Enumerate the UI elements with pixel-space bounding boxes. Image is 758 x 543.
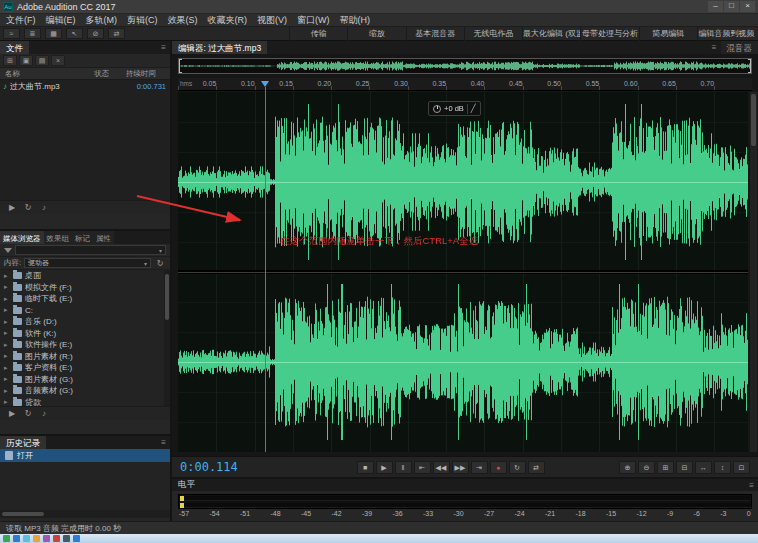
tree-item[interactable]: ▸ 软件操作 (E:) bbox=[0, 339, 170, 351]
file-row[interactable]: ♪ 过大曲节.mp3 0:00.731 bbox=[0, 80, 170, 93]
tree-item[interactable]: ▸ 贷款 bbox=[0, 397, 170, 407]
fast-forward-button[interactable]: ▶▶ bbox=[452, 461, 469, 474]
pencil-icon[interactable]: ╱ bbox=[471, 104, 476, 113]
file-list-button[interactable]: ▤ bbox=[35, 55, 49, 66]
waveform-view-button[interactable]: ≈ bbox=[3, 28, 20, 39]
maximize-button[interactable]: □ bbox=[724, 1, 739, 12]
delete-file-button[interactable]: × bbox=[51, 55, 65, 66]
refresh-icon[interactable]: ↻ bbox=[154, 259, 166, 268]
filter-icon[interactable] bbox=[4, 248, 12, 253]
taskbar-icon[interactable] bbox=[43, 535, 50, 542]
menu-item[interactable]: 视图(V) bbox=[257, 14, 287, 27]
chevron-right-icon[interactable]: ▸ bbox=[4, 329, 10, 337]
zoom-amplitude-button[interactable]: ↕ bbox=[714, 461, 731, 474]
volume-hud[interactable]: +0 dB ╱ bbox=[428, 101, 481, 116]
media-browser-tab[interactable]: 属性 bbox=[93, 231, 114, 244]
menu-item[interactable]: 帮助(H) bbox=[340, 14, 371, 27]
tree-item[interactable]: ▸ 客户资料 (E:) bbox=[0, 362, 170, 374]
workspace-button[interactable]: 传输 bbox=[289, 27, 347, 41]
multitrack-view-button[interactable]: ≣ bbox=[24, 28, 41, 39]
tab-editor[interactable]: 编辑器: 过大曲节.mp3 bbox=[172, 41, 267, 54]
panel-menu-icon[interactable]: ≡ bbox=[157, 436, 170, 449]
skip-selection-button[interactable]: ⇄ bbox=[528, 461, 545, 474]
zoom-out-button[interactable]: ⊖ bbox=[638, 461, 655, 474]
content-dropdown[interactable]: 驱动器 ▾ bbox=[24, 258, 151, 268]
taskbar-icon[interactable] bbox=[73, 535, 80, 542]
history-scrollbar[interactable] bbox=[0, 510, 170, 518]
menu-item[interactable]: 文件(F) bbox=[6, 14, 36, 27]
go-to-end-button[interactable]: ⇥ bbox=[471, 461, 488, 474]
import-file-button[interactable]: ⊞ bbox=[3, 55, 17, 66]
rewind-button[interactable]: ◀◀ bbox=[433, 461, 450, 474]
chevron-right-icon[interactable]: ▸ bbox=[4, 398, 10, 406]
media-browser-tab[interactable]: 标记 bbox=[72, 231, 93, 244]
move-tool-button[interactable]: ↖ bbox=[66, 28, 83, 39]
minimize-button[interactable]: – bbox=[708, 1, 723, 12]
chevron-right-icon[interactable]: ▸ bbox=[4, 318, 10, 326]
slip-tool-button[interactable]: ⇄ bbox=[108, 28, 125, 39]
spectral-display-button[interactable]: ▦ bbox=[45, 28, 62, 39]
chevron-right-icon[interactable]: ▸ bbox=[4, 352, 10, 360]
loop-playback-button[interactable]: ↻ bbox=[509, 461, 526, 474]
tree-item[interactable]: ▸ 临时下载 (E:) bbox=[0, 293, 170, 305]
chevron-right-icon[interactable]: ▸ bbox=[4, 387, 10, 395]
chevron-right-icon[interactable]: ▸ bbox=[4, 375, 10, 383]
filter-dropdown[interactable]: ▾ bbox=[15, 245, 166, 255]
zoom-out-time-button[interactable]: ⊟ bbox=[676, 461, 693, 474]
panel-play-button[interactable]: ▶ bbox=[6, 409, 18, 418]
playhead[interactable] bbox=[265, 87, 266, 452]
workspace-button[interactable]: 简易编辑 bbox=[639, 27, 697, 41]
tab-history[interactable]: 历史记录 bbox=[0, 436, 46, 449]
panel-loop-button[interactable]: ↻ bbox=[22, 203, 34, 212]
scrollbar-thumb[interactable] bbox=[751, 94, 756, 146]
menu-item[interactable]: 剪辑(C) bbox=[127, 14, 158, 27]
go-to-start-button[interactable]: ⇤ bbox=[414, 461, 431, 474]
menu-item[interactable]: 收藏夹(R) bbox=[208, 14, 248, 27]
tree-item[interactable]: ▸ 模拟文件 (F:) bbox=[0, 282, 170, 294]
menu-item[interactable]: 效果(S) bbox=[168, 14, 198, 27]
taskbar-icon[interactable] bbox=[3, 535, 10, 542]
chevron-right-icon[interactable]: ▸ bbox=[4, 364, 10, 372]
history-item-selected[interactable]: 打开 bbox=[0, 449, 170, 462]
overview-strip[interactable] bbox=[178, 58, 752, 74]
play-button[interactable]: ▶ bbox=[376, 461, 393, 474]
workspace-button[interactable]: 最大化编辑 (双监视器) bbox=[522, 27, 580, 41]
panel-loop-button[interactable]: ↻ bbox=[22, 409, 34, 418]
workspace-button[interactable]: 无线电作品 bbox=[464, 27, 522, 41]
media-browser-tab[interactable]: 效果组 bbox=[44, 231, 73, 244]
pause-button[interactable]: ‖ bbox=[395, 461, 412, 474]
time-display[interactable]: 0:00.114 bbox=[172, 460, 282, 474]
waveform-area[interactable] bbox=[178, 92, 748, 452]
taskbar-icon[interactable] bbox=[13, 535, 20, 542]
chevron-right-icon[interactable]: ▸ bbox=[4, 295, 10, 303]
panel-autoplay-button[interactable]: ♪ bbox=[38, 409, 50, 418]
playhead-handle[interactable] bbox=[261, 81, 269, 87]
column-duration[interactable]: 持续时间 bbox=[126, 69, 170, 79]
vertical-scrollbar[interactable] bbox=[750, 92, 757, 452]
scrollbar-thumb[interactable] bbox=[165, 274, 169, 320]
record-button[interactable]: ● bbox=[490, 461, 507, 474]
tree-item[interactable]: ▸ 图片素材 (G:) bbox=[0, 374, 170, 386]
chevron-right-icon[interactable]: ▸ bbox=[4, 272, 10, 280]
volume-knob-icon[interactable] bbox=[433, 105, 441, 113]
panel-play-button[interactable]: ▶ bbox=[6, 203, 18, 212]
zoom-full-button[interactable]: ⊡ bbox=[733, 461, 750, 474]
scrollbar-thumb[interactable] bbox=[2, 512, 44, 516]
tree-scrollbar[interactable] bbox=[164, 270, 170, 406]
tree-item[interactable]: ▸ 软件 (K:) bbox=[0, 328, 170, 340]
stop-button[interactable]: ■ bbox=[357, 461, 374, 474]
column-name[interactable]: 名称 bbox=[0, 69, 94, 79]
overview-right-handle[interactable] bbox=[748, 59, 751, 73]
taskbar-icon[interactable] bbox=[53, 535, 60, 542]
menu-item[interactable]: 窗口(W) bbox=[297, 14, 330, 27]
workspace-button[interactable]: 缩放 bbox=[347, 27, 405, 41]
taskbar-icon[interactable] bbox=[23, 535, 30, 542]
column-status[interactable]: 状态 bbox=[94, 69, 126, 79]
zoom-in-button[interactable]: ⊕ bbox=[619, 461, 636, 474]
panel-menu-icon[interactable]: ≡ bbox=[745, 479, 758, 492]
panel-menu-icon[interactable]: ≡ bbox=[157, 41, 170, 54]
new-file-button[interactable]: ▣ bbox=[19, 55, 33, 66]
menu-item[interactable]: 编辑(E) bbox=[46, 14, 76, 27]
chevron-right-icon[interactable]: ▸ bbox=[4, 306, 10, 314]
workspace-button[interactable]: 编辑音频到视频 bbox=[697, 27, 755, 41]
